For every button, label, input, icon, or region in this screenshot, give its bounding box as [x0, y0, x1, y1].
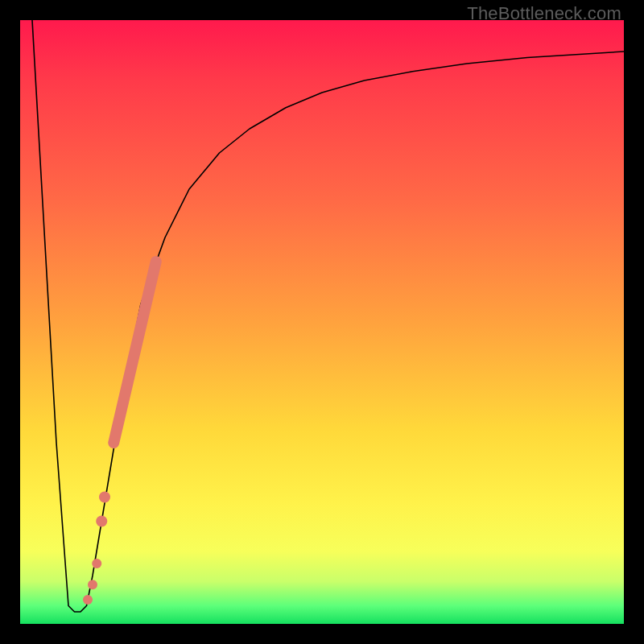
bottleneck-curve	[32, 20, 624, 612]
chart-frame: TheBottleneck.com	[0, 0, 644, 644]
watermark-text: TheBottleneck.com	[467, 3, 621, 24]
plot-area	[20, 20, 624, 624]
chart-svg	[20, 20, 624, 624]
salmon-dot	[83, 595, 93, 605]
salmon-segment	[114, 262, 156, 443]
salmon-dot	[99, 492, 110, 503]
salmon-dot	[96, 516, 107, 527]
salmon-dot	[88, 580, 97, 589]
salmon-dot	[92, 559, 101, 568]
